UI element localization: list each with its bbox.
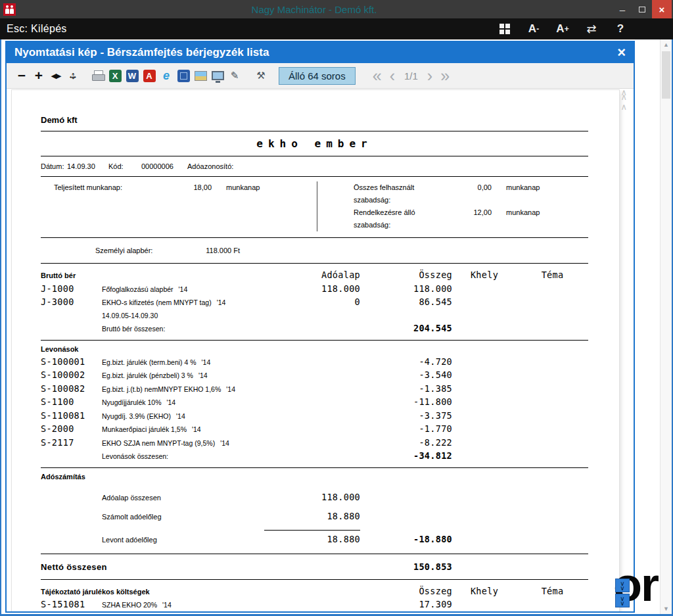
column-header-row: Tájékoztató járulékos költségek Összeg K… — [41, 585, 588, 599]
nav-prev-button[interactable]: ‹ — [386, 68, 399, 84]
period-value: 14.09.05-14.09.30 — [102, 310, 264, 323]
export-word-button[interactable]: W — [124, 66, 141, 85]
page-indicator: 1/1 — [404, 70, 418, 82]
maximize-button[interactable] — [632, 0, 652, 18]
pencil-icon: ✎ — [231, 70, 239, 82]
settings-button[interactable]: ⚒ — [252, 66, 269, 85]
table-row: S-100082 Eg.bizt. j.(t.b) nemMNYPT EKHO … — [41, 383, 588, 396]
info-section-label: Tájékoztató járulékos költségek — [41, 586, 360, 599]
gross-section-label: Bruttó bér — [41, 270, 264, 283]
document-title: ekho ember — [41, 131, 588, 156]
excel-icon: X — [109, 70, 122, 82]
main-area: Nyomtatási kép - Bérszámfejtés bérjegyzé… — [1, 39, 672, 614]
base-salary-value: 118.000 Ft — [174, 247, 240, 254]
table-row: S-2000 Munkaerőpiaci járulék 1,5%'14 -1.… — [41, 423, 588, 437]
fit-width-icon: ◀▶ — [51, 72, 61, 80]
help-icon: ? — [617, 22, 624, 36]
image-icon — [195, 71, 207, 81]
edit-button[interactable]: ✎ — [226, 66, 243, 85]
blue-app-icon — [177, 70, 190, 82]
workdays-done-value: 18,00 — [172, 181, 212, 194]
column-header-row: Bruttó bér Adóalap Összeg Khely Téma — [41, 269, 588, 283]
workdays-box: Teljesített munkanap: 18,00 munkanap Öss… — [41, 177, 588, 237]
preview-close-button[interactable]: × — [617, 45, 626, 60]
gross-section: Bruttó bér Adóalap Összeg Khely Téma J-1… — [41, 264, 588, 340]
table-row: J-3000 EKHO-s kifizetés (nem MNYPT tag)'… — [41, 296, 588, 310]
table-row: S-110081 Nyugdíj. 3.9% (EKHO)'14 -3.375 — [41, 410, 588, 423]
vacation-used-label: Összes felhasznált szabadság: — [354, 181, 452, 206]
minimize-button[interactable]: – — [613, 0, 632, 18]
column-adoalap: Adóalap — [264, 269, 360, 282]
export-excel-button[interactable]: X — [106, 66, 124, 85]
deductions-section-label: Levonások — [41, 341, 588, 356]
zoom-out-icon: − — [18, 68, 26, 83]
nav-first-button[interactable]: « — [369, 68, 386, 84]
table-row: Adóalap összesen 118.000 — [41, 492, 588, 502]
net-total-value: 150.853 — [360, 561, 452, 572]
preview-body: Demó kft ekho ember Dátum: 14.09.30 Kód:… — [7, 89, 634, 611]
internet-explorer-icon: e — [160, 70, 173, 82]
screenshot-button[interactable] — [209, 66, 226, 85]
window-title: Nagy Machinátor - Demó kft. — [16, 4, 613, 15]
close-button[interactable]: × — [652, 0, 672, 18]
table-row: Levont adóelőleg 18.880 -18.880 — [41, 530, 588, 544]
preview-scroll-down-buttons: ∨∨ ∨∨ — [615, 579, 630, 607]
table-row: S-1100 Nyugdíjjárulék 10%'14 -11.800 — [41, 396, 588, 410]
deductions-total-value: -34.812 — [360, 450, 452, 463]
help-button[interactable]: ? — [610, 20, 631, 37]
font-increase-button[interactable]: A+ — [552, 20, 573, 37]
titlebar: Nagy Machinátor - Demó kft. – × — [0, 0, 673, 18]
apps-grid-icon — [499, 24, 510, 34]
code-value: 00000006 — [141, 162, 187, 170]
page-end-button[interactable]: ∨∨ — [615, 594, 630, 607]
printer-icon — [91, 69, 105, 82]
swap-button[interactable]: ⇄ — [581, 20, 602, 37]
nav-next-button[interactable]: › — [423, 68, 436, 84]
fit-page-button[interactable]: ↔↕ — [64, 66, 81, 85]
document-page: Demó kft ekho ember Dátum: 14.09.30 Kód:… — [12, 90, 619, 611]
taxid-label: Adóazonosító: — [187, 162, 233, 170]
app-icon — [3, 3, 16, 16]
period-row: 14.09.05-14.09.30 — [41, 310, 588, 323]
date-label: Dátum: — [41, 162, 67, 170]
table-row: Számolt adóelőleg 18.880 — [41, 511, 588, 521]
zoom-out-button[interactable]: − — [13, 66, 30, 85]
scroll-up-button[interactable]: ▲ — [661, 39, 672, 50]
gross-total-label: Bruttó bér összesen: — [102, 323, 264, 336]
fit-width-button[interactable]: ◀▶ — [47, 66, 64, 85]
scrollbar-thumb[interactable] — [662, 51, 670, 99]
esc-exit-button[interactable]: Esc: Kilépés — [7, 23, 67, 35]
export-app-button[interactable] — [175, 66, 192, 85]
font-decrease-button[interactable]: A- — [523, 20, 544, 37]
window-scrollbar[interactable]: ▲ ▼ — [660, 39, 672, 614]
info-section: Tájékoztató járulékos költségek Összeg K… — [41, 580, 588, 612]
preview-title: Nyomtatási kép - Bérszámfejtés bérjegyzé… — [14, 46, 617, 59]
open-browser-button[interactable]: e — [158, 66, 175, 85]
zoom-in-icon: + — [35, 68, 43, 83]
swap-icon: ⇄ — [586, 22, 596, 36]
scroll-down-button[interactable]: ▼ — [661, 604, 672, 614]
company-name: Demó kft — [41, 115, 588, 125]
nav-last-button[interactable]: » — [436, 68, 453, 84]
column-khely: Khely — [452, 269, 517, 282]
preview-toolbar: − + ◀▶ ↔↕ X W A e ✎ ⚒ Álló 64 soros « ‹ … — [7, 63, 634, 89]
page-navigation: « ‹ 1/1 › » — [369, 68, 453, 84]
code-label: Kód: — [108, 162, 141, 170]
document-meta: Dátum: 14.09.30 Kód: 00000006 Adóazonosí… — [41, 156, 588, 176]
monitor-icon — [212, 71, 224, 80]
base-salary-label: Személyi alapbér: — [95, 247, 174, 254]
print-button[interactable] — [89, 66, 106, 85]
gross-total-value: 204.545 — [360, 322, 452, 335]
page-down-button[interactable]: ∨∨ — [615, 579, 630, 592]
vacation-available-label: Rendelkezésre álló szabadság: — [354, 206, 452, 231]
export-pdf-button[interactable]: A — [141, 66, 158, 85]
zoom-in-button[interactable]: + — [30, 66, 47, 85]
date-value: 14.09.30 — [67, 162, 108, 170]
export-image-button[interactable] — [192, 66, 209, 85]
vacation-available-value: 12,00 — [452, 206, 492, 231]
gross-total-row: Bruttó bér összesen: 204.545 — [41, 322, 588, 336]
layout-select-button[interactable]: Álló 64 soros — [279, 67, 356, 85]
preview-scroll-up[interactable]: ∧ ∧ ∧ — [620, 90, 627, 110]
deductions-total-label: Levonások összesen: — [102, 450, 264, 463]
apps-grid-button[interactable] — [494, 20, 515, 37]
